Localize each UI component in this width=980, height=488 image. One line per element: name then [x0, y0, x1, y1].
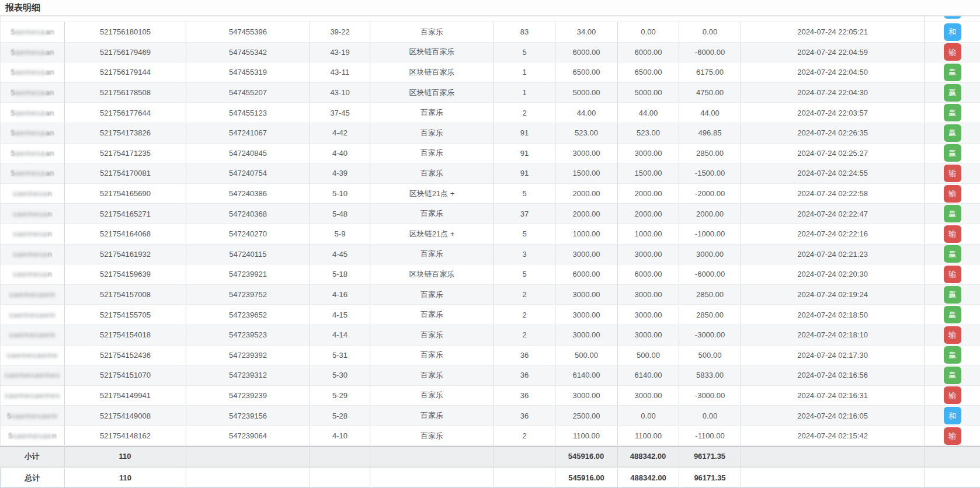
cell-bet-amount: 34.00 — [555, 22, 618, 43]
cell-bet-time: 2024-07-24 22:04:50 — [741, 62, 925, 83]
result-badge[interactable]: 输 — [944, 427, 961, 445]
cell-count: 36 — [494, 365, 555, 386]
cell-username: saemesan — [1, 224, 65, 244]
total-row: 总计 110 545916.00 488342.00 96171.35 — [1, 468, 980, 488]
cell-username: 5aemesaan — [1, 42, 65, 62]
cell-bet-time: 2024-07-24 02:22:58 — [741, 183, 925, 204]
cell-username: saemesan — [1, 204, 65, 224]
cell-bet-time: 2024-07-24 02:21:23 — [741, 244, 925, 264]
cell-game: 区块链21点 + — [370, 224, 494, 244]
cell-bet-amount: 2000.00 — [555, 204, 618, 224]
subtotal-valid-amount: 488342.00 — [617, 447, 679, 466]
result-badge[interactable]: 和 — [944, 16, 961, 19]
cell-table-seat: 4-42 — [310, 123, 370, 143]
result-badge[interactable]: 赢 — [944, 84, 961, 102]
cell-username: 5saemesaem — [1, 406, 65, 426]
result-badge[interactable]: 赢 — [944, 286, 961, 304]
cell-username: saemesaem — [1, 305, 65, 325]
cell-round-no: 547455342 — [186, 42, 310, 62]
result-badge[interactable]: 输 — [944, 43, 961, 61]
cell-bet-time: 2024-07-24 22:04:59 — [741, 42, 925, 62]
result-badge[interactable]: 输 — [944, 386, 961, 404]
result-badge[interactable]: 赢 — [944, 64, 961, 81]
cell-username: 5aemesaan — [1, 82, 65, 103]
cell-table-seat: 4-16 — [310, 284, 370, 305]
result-badge[interactable]: 赢 — [944, 104, 961, 121]
result-badge[interactable]: 和 — [944, 407, 961, 424]
cell-table-seat: 5-29 — [310, 385, 370, 406]
cell-game: 百家乐 — [370, 345, 494, 365]
cell-username: 5aemesaan — [1, 163, 65, 184]
cell-order-no: 521756180105 — [65, 22, 186, 43]
cell-round-no: 547239156 — [186, 406, 310, 426]
cell-count: 36 — [494, 406, 555, 426]
cell-order-no: 521756179469 — [65, 42, 186, 62]
cell-count: 2 — [494, 284, 555, 305]
cell-game: 区块链百家乐 — [370, 82, 494, 103]
cell-count: 5 — [494, 224, 555, 244]
result-badge[interactable]: 输 — [944, 266, 961, 283]
result-badge[interactable]: 和 — [944, 23, 961, 41]
cell-username: saemesaemes — [1, 365, 65, 386]
username-masked-text: 5 — [8, 431, 12, 440]
cell-valid-amount: 3000.00 — [618, 143, 679, 163]
cell-game: 百家乐 — [370, 284, 494, 305]
cell-username: 5aemesaan — [1, 62, 65, 83]
cell-result: 输 — [925, 385, 980, 406]
cell-bet-amount: 3000.00 — [555, 305, 618, 325]
cell-order-no: 521754159639 — [65, 264, 186, 285]
cell-win-loss: -1100.00 — [679, 426, 741, 446]
username-masked-text: 5 — [11, 109, 15, 117]
cell-bet-amount: 500.00 — [555, 345, 618, 365]
total-label: 总计 — [1, 468, 65, 488]
result-badge[interactable]: 输 — [944, 326, 961, 344]
cell-round-no: 547239312 — [186, 365, 310, 386]
result-badge[interactable]: 赢 — [944, 306, 961, 323]
cell-round-no: 547455207 — [186, 82, 310, 103]
cell-valid-amount: 3000.00 — [618, 385, 679, 406]
cell-game: 百家乐 — [370, 365, 494, 386]
cell-bet-time: 2024-07-24 02:22:47 — [741, 204, 925, 224]
table-row: 5aemesaan 521756180105 547455396 39-22 百… — [1, 22, 980, 43]
cell-table-seat: 43-10 — [310, 82, 370, 103]
result-badge[interactable]: 输 — [944, 165, 961, 182]
cell-count: 36 — [494, 385, 555, 406]
username-masked-text: 5 — [11, 68, 15, 76]
result-badge[interactable]: 赢 — [944, 346, 961, 364]
cell-result: 赢 — [925, 345, 980, 365]
subtotal-row: 小计 110 545916.00 488342.00 96171.35 — [0, 447, 980, 466]
result-badge[interactable]: 赢 — [944, 205, 961, 222]
cell-valid-amount: 523.00 — [618, 123, 679, 143]
cell-username: 5aemesaan — [1, 103, 65, 123]
result-badge[interactable]: 赢 — [944, 144, 961, 162]
username-masked-text: 5 — [11, 128, 15, 137]
cell-round-no: 547455123 — [186, 103, 310, 123]
result-badge[interactable]: 赢 — [944, 245, 961, 263]
cell-table-seat: 5-28 — [310, 406, 370, 426]
cell-table-seat: 5-31 — [310, 345, 370, 365]
cell-result: 输 — [925, 42, 980, 62]
cell-game: 区块链百家乐 — [370, 42, 494, 62]
result-badge[interactable]: 赢 — [944, 367, 961, 384]
table-row: saemesaem 521754154018 547239523 4-14 百家… — [1, 325, 980, 345]
cell-table-seat: 39-22 — [310, 22, 370, 43]
result-badge[interactable]: 输 — [944, 185, 961, 203]
cell-result: 输 — [925, 224, 980, 244]
cell-order-no: 521756179144 — [65, 62, 186, 83]
cell-valid-amount: 44.00 — [618, 103, 679, 123]
cell-table-seat: 4-14 — [310, 325, 370, 345]
table-row: 5aemesaan 521754170081 547240754 4-39 百家… — [1, 163, 980, 184]
cell-valid-amount: 1500.00 — [618, 163, 679, 184]
cell-round-no: 547240754 — [186, 163, 310, 184]
cell-result: 和 — [925, 22, 980, 43]
username-masked-text: 5 — [11, 149, 15, 158]
cell-count: 2 — [494, 305, 555, 325]
cell-round-no: 547240368 — [186, 204, 310, 224]
cell-round-no: 547455319 — [186, 62, 310, 83]
result-badge[interactable]: 输 — [944, 225, 961, 243]
cell-win-loss: 2850.00 — [679, 284, 741, 305]
cell-username: 5aemesaan — [1, 22, 65, 43]
result-badge[interactable]: 赢 — [944, 124, 961, 142]
table-row: saemesaem 521754155705 547239652 4-15 百家… — [1, 305, 980, 325]
partial-scrolled-row: 和 — [1, 16, 980, 22]
